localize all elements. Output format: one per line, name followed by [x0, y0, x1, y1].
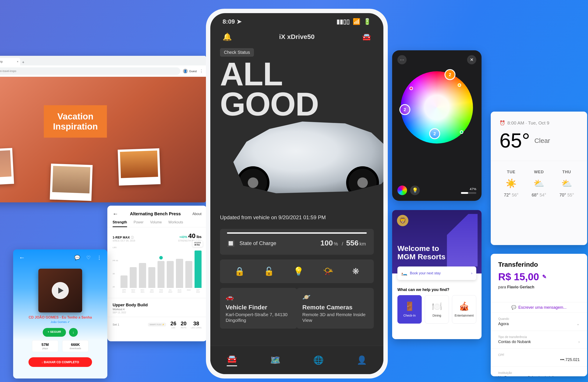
chat-icon[interactable]: 💬	[74, 255, 80, 261]
program-section[interactable]: Upper Body Build Workout 4 SEP 13, 2022	[107, 298, 207, 317]
color-marker[interactable]	[409, 87, 413, 90]
back-icon[interactable]: ←	[19, 254, 25, 261]
horn-icon[interactable]: 📯	[323, 267, 333, 276]
kebab-menu-icon[interactable]: ⋮	[97, 255, 102, 261]
close-icon[interactable]: ✕	[467, 55, 476, 64]
lock-icon[interactable]: 🔒	[234, 267, 245, 276]
info-icon[interactable]: ⓘ	[131, 236, 134, 239]
polaroid-photo[interactable]	[50, 164, 93, 201]
chart-tooltip: 9/13/2238 lbs	[192, 240, 203, 247]
polaroid-photo[interactable]	[118, 148, 161, 186]
heart-icon[interactable]: ♡	[86, 255, 91, 261]
color-marker[interactable]	[458, 83, 461, 87]
download-icon-button[interactable]: ↓	[69, 328, 78, 337]
current-temp: 65°	[500, 129, 530, 152]
status-headline: ALLGOOD	[210, 57, 383, 119]
chevron-right-icon: ›	[578, 340, 580, 344]
smartflex-badge: SMART FLEX ⚡	[148, 323, 166, 326]
field-transfer-type[interactable]: Tipo de transferência Contas do Nubank›	[491, 331, 587, 349]
transfer-recipient: para Flavio Gerlach	[498, 285, 580, 289]
kebab-menu-icon[interactable]: ⋮	[199, 69, 203, 74]
more-icon[interactable]: ⋯	[398, 55, 407, 64]
book-stay-row[interactable]: 🛏️ Book your next stay ›	[398, 267, 476, 280]
back-icon[interactable]: ←	[113, 210, 118, 217]
brightness-slider[interactable]	[461, 192, 476, 194]
color-handle[interactable]: 2	[429, 128, 440, 139]
chart-bar[interactable]	[167, 261, 174, 288]
tab-map-icon[interactable]: 🗺️	[270, 355, 280, 365]
color-wheel[interactable]: 2 2 2	[401, 71, 473, 144]
unlock-icon[interactable]: 🔓	[264, 267, 274, 276]
color-handle[interactable]: 2	[444, 69, 456, 80]
tab-vehicle-icon[interactable]: 🚘	[227, 354, 237, 366]
tab-power[interactable]: Power	[134, 220, 144, 227]
strength-bar-chart[interactable]: LBS PR 40 30 20 9/13/2238 lbs	[113, 246, 202, 288]
tab-profile-icon[interactable]: 👤	[357, 355, 367, 365]
vehicle-model[interactable]: iX xDrive50	[279, 33, 315, 40]
alarm-row[interactable]: ⏰ 8:00 AM · Tue, Oct 9	[491, 112, 587, 128]
remote-cameras-tile[interactable]: 🪐 Remote Cameras Remote 3D and Remote In…	[297, 288, 374, 329]
forecast-day[interactable]: WED⛅68°54°	[525, 170, 553, 198]
chart-bar[interactable]	[176, 259, 183, 288]
url-bar[interactable]: s.com/vacation-travel-inspo	[0, 67, 180, 75]
current-weather: 65° Clear	[491, 128, 587, 161]
tab-workouts[interactable]: Workouts	[168, 220, 183, 227]
category-dining[interactable]: 🍽️Dining	[425, 295, 449, 324]
headlights-icon[interactable]: 💡	[293, 267, 304, 276]
chart-x-labels: APR 2021NOV 2021DEC 2021JAN 2022FEB 2022…	[113, 289, 202, 293]
tab-globe-icon[interactable]: 🌐	[313, 355, 324, 365]
tab-volume[interactable]: Volume	[150, 220, 162, 227]
soc-percent: 100	[320, 239, 333, 247]
car-icon[interactable]: 🚘	[362, 32, 371, 41]
state-of-charge-panel[interactable]: 🔲 State of Charge 100% / 556km	[220, 229, 374, 255]
vehicle-finder-tile[interactable]: 🚗 Vehicle Finder Karl-Dompert-Straße 7, …	[220, 288, 297, 329]
bell-icon[interactable]: 🔔	[223, 32, 232, 41]
building-illustration	[447, 214, 478, 267]
browser-tab[interactable]: 🌐 Vacation Trip ×	[0, 58, 20, 65]
downloads-stat: 666Kdownloads	[62, 340, 88, 352]
chart-bar[interactable]	[185, 261, 192, 288]
play-button[interactable]	[52, 282, 69, 299]
hero-title-line1: Vacation	[53, 111, 98, 121]
album-cover[interactable]	[38, 269, 82, 312]
color-handle[interactable]: 2	[399, 104, 410, 115]
tent-icon: 🎪	[459, 302, 469, 311]
chart-bar[interactable]	[158, 261, 165, 288]
set-label: Set 1	[113, 323, 144, 326]
field-when[interactable]: Quando Agora⌄	[491, 313, 587, 331]
color-marker[interactable]	[460, 130, 463, 134]
artist-link[interactable]: João Gomes ✔	[13, 320, 107, 324]
color-mode-button[interactable]	[398, 186, 407, 195]
polaroid-photo[interactable]	[0, 148, 14, 186]
write-message-button[interactable]: 💬Escrever uma mensagem...	[491, 302, 587, 313]
chart-bar[interactable]	[130, 267, 137, 288]
climate-fan-icon[interactable]: ❋	[352, 267, 359, 276]
edit-icon[interactable]: ✎	[542, 274, 546, 280]
tab-strength[interactable]: Strength	[113, 220, 127, 227]
guest-profile-button[interactable]: 👤 Guest	[183, 69, 197, 74]
chart-bar[interactable]	[148, 267, 155, 288]
category-checkin[interactable]: 🚪Check-In	[398, 295, 422, 324]
category-entertainment[interactable]: 🎪Entertainment	[452, 295, 476, 324]
forecast-day[interactable]: TUE☀️72°56°	[497, 170, 525, 198]
chat-icon: 💬	[511, 305, 516, 310]
tab-title: Vacation Trip	[0, 60, 3, 63]
transfer-amount[interactable]: R$ 15,00✎	[498, 271, 580, 283]
set-row: Set 1 SMART FLEX ⚡ 26LBS 20REPS 38LBS (1…	[107, 317, 207, 332]
scene-mode-button[interactable]: 💡	[410, 186, 420, 195]
forecast-day[interactable]: THU⛅70°55°	[553, 170, 581, 198]
weather-card: ⏰ 8:00 AM · Tue, Oct 9 65° Clear TUE☀️72…	[491, 112, 587, 245]
new-tab-button[interactable]: +	[20, 59, 26, 65]
chart-bar[interactable]: 9/13/2238 lbs	[194, 250, 202, 288]
follow-button[interactable]: + SEGUIR	[43, 328, 66, 337]
download-album-button[interactable]: ↓ BAIXAR CD COMPLETO	[28, 357, 92, 367]
chart-bar[interactable]	[139, 263, 146, 288]
welcome-heading: Welcome toMGM Resorts	[398, 244, 445, 261]
brightness-value: 47%	[461, 187, 476, 191]
chart-bar[interactable]	[121, 275, 127, 288]
soc-label: State of Charge	[239, 240, 276, 246]
brightness-control[interactable]: 47%	[461, 187, 476, 194]
close-icon[interactable]: ×	[17, 60, 18, 63]
door-icon: 🚪	[404, 302, 415, 311]
about-link[interactable]: About	[192, 212, 202, 216]
